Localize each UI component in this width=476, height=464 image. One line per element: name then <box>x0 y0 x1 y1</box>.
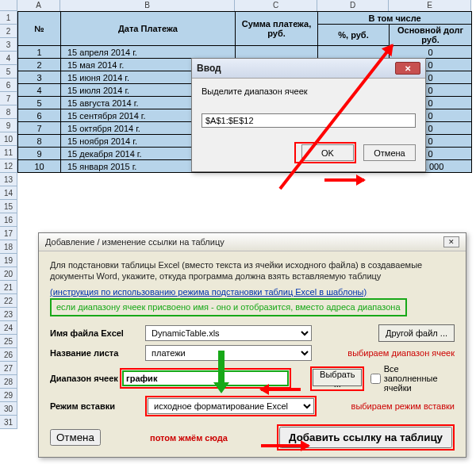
annotation-mode: выбираем режим вставки <box>351 401 455 411</box>
close-icon[interactable]: ✕ <box>443 236 459 247</box>
dialog-intro-text: Для подстановки таблицы Excel (вместо те… <box>50 259 455 282</box>
instruction-link[interactable]: (инструкция по использованию режима подс… <box>50 287 367 297</box>
row-header[interactable]: 23 <box>0 308 17 321</box>
annotation-bottom: потом жмём сюда <box>150 433 228 443</box>
row-header[interactable]: 9 <box>0 119 17 132</box>
cell[interactable]: 4 <box>18 84 61 97</box>
arrow-annotation <box>324 178 364 182</box>
cell[interactable]: 0 <box>390 46 472 59</box>
row-header[interactable]: 3 <box>0 38 17 52</box>
cell[interactable]: 6 <box>18 109 61 122</box>
mode-select[interactable]: исходное форматирование Excel <box>148 398 314 414</box>
all-filled-checkbox[interactable] <box>370 374 381 384</box>
arrow-annotation <box>215 351 228 393</box>
row-header[interactable]: 12 <box>0 159 17 173</box>
range-input[interactable] <box>202 113 416 128</box>
cell[interactable]: 3 <box>18 71 61 84</box>
row-header[interactable]: 11 <box>0 146 17 159</box>
file-select[interactable]: DynamicTable.xls <box>145 325 312 341</box>
col-header-d[interactable]: D <box>317 0 389 11</box>
col-header-e[interactable]: E <box>389 0 471 11</box>
arrow-annotation <box>261 444 309 447</box>
row-header[interactable]: 27 <box>0 362 17 375</box>
header-sum: Сумма платежа, руб. <box>236 12 318 46</box>
col-header-a[interactable]: A <box>17 0 60 11</box>
row-header[interactable]: 24 <box>0 321 17 335</box>
row-header[interactable]: 13 <box>0 173 17 186</box>
label-sheet: Название листа <box>50 348 145 358</box>
all-filled-text: Все заполненные ячейки <box>384 364 455 393</box>
arrow-annotation <box>261 388 301 391</box>
green-note: если диапазону ячеек присвоено имя - оно… <box>50 298 407 317</box>
table-row[interactable]: 115 апреля 2014 г.0 <box>18 46 472 59</box>
cancel-button[interactable]: Отмена <box>363 144 416 161</box>
row-header[interactable]: 30 <box>0 402 17 416</box>
row-header[interactable]: 5 <box>0 65 17 79</box>
select-all-corner[interactable] <box>0 0 17 11</box>
input-dialog-instruction: Выделите диапазон ячеек <box>202 86 416 96</box>
row-header[interactable]: 26 <box>0 348 17 362</box>
row-header[interactable]: 2 <box>0 25 17 38</box>
label-mode: Режим вставки <box>50 401 145 411</box>
cell[interactable]: 2 <box>18 59 61 71</box>
cancel-button-2[interactable]: Отмена <box>50 429 101 446</box>
cell[interactable]: 10 <box>18 160 61 173</box>
row-header[interactable]: 20 <box>0 267 17 281</box>
cell[interactable]: 1 <box>18 46 61 59</box>
cell[interactable] <box>236 46 318 59</box>
label-range: Диапазон ячеек <box>50 374 120 383</box>
header-percent: %, руб. <box>318 25 390 46</box>
row-header[interactable]: 4 <box>0 52 17 65</box>
row-header[interactable]: 17 <box>0 227 17 240</box>
header-number: № <box>18 12 61 46</box>
cell[interactable]: 5 <box>18 97 61 109</box>
sheet-select[interactable]: платежи <box>145 345 312 361</box>
cell[interactable] <box>318 46 390 59</box>
add-link-dialog: Добавление / изменение ссылки на таблицу… <box>38 232 466 458</box>
row-header[interactable]: 29 <box>0 389 17 402</box>
cell[interactable]: 8 <box>18 135 61 148</box>
row-header[interactable]: 14 <box>0 186 17 200</box>
row-header[interactable]: 19 <box>0 254 17 267</box>
row-header[interactable]: 21 <box>0 281 17 294</box>
row-header[interactable]: 16 <box>0 213 17 227</box>
input-dialog: Ввод ✕ Выделите диапазон ячеек OK Отмена <box>191 58 426 172</box>
row-header[interactable]: 7 <box>0 92 17 105</box>
input-dialog-title: Ввод <box>197 63 221 74</box>
col-header-c[interactable]: C <box>235 0 317 11</box>
header-main-debt: Основной долг руб. <box>390 25 472 46</box>
col-header-b[interactable]: B <box>60 0 235 11</box>
label-file: Имя файла Excel <box>50 328 145 338</box>
select-range-button[interactable]: Выбрать ... <box>313 369 362 386</box>
annotation-range: выбираем диапазон ячеек <box>347 348 455 358</box>
cell[interactable]: 7 <box>18 122 61 135</box>
row-header[interactable]: 6 <box>0 79 17 92</box>
row-header[interactable]: 31 <box>0 416 17 429</box>
row-header[interactable]: 10 <box>0 132 17 146</box>
other-file-button[interactable]: Другой файл ... <box>378 324 455 342</box>
header-date: Дата Платежа <box>61 12 236 46</box>
row-header[interactable]: 1 <box>0 11 17 25</box>
header-group: В том числе <box>318 12 472 25</box>
row-header[interactable]: 18 <box>0 240 17 254</box>
row-header[interactable]: 28 <box>0 375 17 389</box>
row-header[interactable]: 15 <box>0 200 17 213</box>
cell[interactable]: 15 апреля 2014 г. <box>61 46 236 59</box>
row-header[interactable]: 25 <box>0 335 17 348</box>
all-filled-checkbox-label[interactable]: Все заполненные ячейки <box>370 364 455 393</box>
cell[interactable]: 9 <box>18 148 61 160</box>
row-header[interactable]: 8 <box>0 105 17 119</box>
add-link-dialog-title: Добавление / изменение ссылки на таблицу <box>45 237 225 247</box>
row-header[interactable]: 22 <box>0 294 17 308</box>
close-icon[interactable]: ✕ <box>395 62 420 75</box>
